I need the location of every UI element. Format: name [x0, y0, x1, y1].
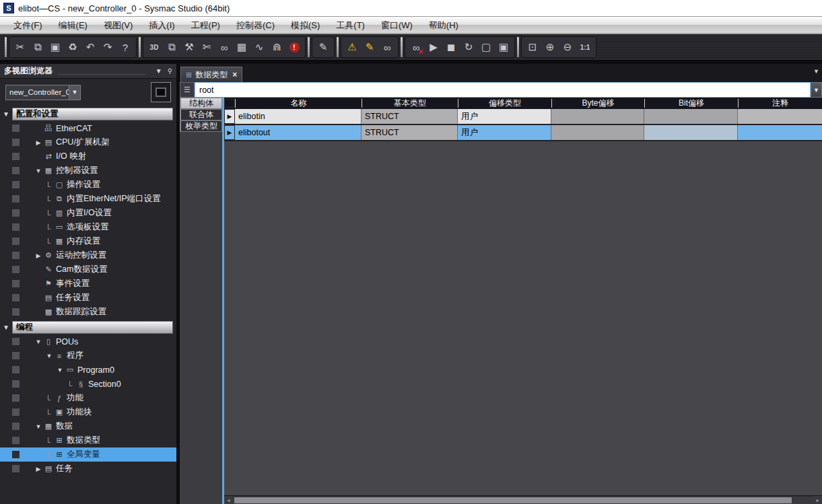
tree-item-CPU/扩展机架[interactable]: ▶▤CPU/扩展机架: [0, 135, 176, 149]
copy-icon[interactable]: ⧉: [29, 38, 46, 56]
build-wrench-icon[interactable]: ⚒: [180, 38, 198, 56]
tree-item-checkbox[interactable]: [12, 280, 20, 287]
scroll-right-icon[interactable]: ▸: [813, 496, 822, 504]
tab-data-types[interactable]: ⊞ 数据类型 ×: [180, 67, 242, 82]
search-binoculars-icon[interactable]: ⋒: [268, 38, 285, 56]
section-collapse-icon[interactable]: ▼: [0, 110, 12, 118]
tree-item-checkbox[interactable]: [12, 465, 20, 472]
struct-row-elibotout[interactable]: ▶elibotoutSTRUCT用户: [224, 125, 822, 141]
tree-item-全局变量[interactable]: L⊞全局变量: [0, 447, 176, 462]
tab-list-arrow-icon[interactable]: ▼: [813, 68, 819, 75]
tree-item-控制器设置[interactable]: ▼▦控制器设置: [0, 164, 176, 178]
tree-item-Cam数据设置[interactable]: ✎Cam数据设置: [0, 262, 176, 277]
tree-item-checkbox[interactable]: [12, 294, 20, 301]
menu-item-3[interactable]: 插入(I): [141, 17, 182, 34]
tree-item-任务设置[interactable]: ▤任务设置: [0, 291, 176, 305]
menu-item-6[interactable]: 模拟(S): [283, 17, 328, 34]
tree-item-内置I/O设置[interactable]: L▥内置I/O设置: [0, 206, 176, 220]
type-tab-联合体[interactable]: 联合体: [180, 109, 222, 120]
menu-item-7[interactable]: 工具(T): [328, 17, 373, 34]
tree-item-checkbox[interactable]: [12, 423, 20, 430]
redo-icon[interactable]: ↷: [99, 38, 116, 56]
data-trace-icon[interactable]: ∿: [250, 38, 268, 56]
expand-open-icon[interactable]: ▼: [34, 168, 43, 174]
tree-item-程序[interactable]: ▼≡程序: [0, 349, 176, 363]
menu-item-0[interactable]: 文件(F): [5, 17, 50, 34]
column-header-偏移类型[interactable]: 偏移类型: [458, 99, 551, 108]
delete-icon[interactable]: ♻: [64, 38, 81, 56]
panel-pin-icon[interactable]: ⚲: [168, 67, 172, 75]
tree-item-功能块[interactable]: L▣功能块: [0, 405, 176, 419]
section-collapse-icon[interactable]: ▼: [0, 324, 12, 331]
tab-close-icon[interactable]: ×: [232, 70, 237, 79]
check-all-programs-icon[interactable]: ∞✕: [407, 38, 425, 56]
expand-open-icon[interactable]: ▼: [34, 423, 43, 430]
tree-item-操作设置[interactable]: L▢操作设置: [0, 178, 176, 192]
fit-page-icon[interactable]: ⊡: [524, 38, 541, 56]
column-header-注释[interactable]: 注释: [738, 99, 822, 108]
tree-item-checkbox[interactable]: [12, 153, 20, 160]
menu-item-1[interactable]: 编辑(E): [50, 17, 96, 34]
expand-open-icon[interactable]: ▼: [44, 353, 54, 359]
row-expand-icon[interactable]: ▶: [224, 125, 235, 140]
zoom-in-icon[interactable]: ⊕: [541, 38, 559, 56]
type-tab-结构体[interactable]: 结构体: [180, 98, 222, 109]
tree-item-POUs[interactable]: ▼▯POUs: [0, 334, 176, 349]
tree-item-checkbox[interactable]: [12, 238, 20, 245]
tree-item-checkbox[interactable]: [12, 451, 20, 458]
panel-collapse-icon[interactable]: ▼: [156, 67, 162, 75]
tree-item-I/O 映射[interactable]: ⇄I/O 映射: [0, 149, 176, 164]
tree-item-运动控制设置[interactable]: ▶⚙运动控制设置: [0, 248, 176, 262]
horizontal-scrollbar[interactable]: ◂ ▸: [224, 495, 822, 504]
cell-offset-type[interactable]: 用户: [458, 125, 551, 140]
cell-name[interactable]: elibotout: [235, 125, 362, 140]
menu-item-8[interactable]: 窗口(W): [373, 17, 421, 34]
expand-closed-icon[interactable]: ▶: [34, 466, 43, 472]
go-offline-icon[interactable]: ◼: [442, 38, 460, 56]
column-header-名称[interactable]: 名称: [235, 99, 362, 108]
3d-view-icon[interactable]: 3D: [145, 38, 163, 56]
tree-item-checkbox[interactable]: [12, 223, 20, 231]
cell-offset-type[interactable]: 用户: [458, 109, 551, 124]
tree-item-数据[interactable]: ▼▦数据: [0, 419, 176, 433]
rebuild-icon[interactable]: ✎: [361, 38, 378, 56]
tree-item-数据类型[interactable]: L⊞数据类型: [0, 433, 176, 447]
tree-item-checkbox[interactable]: [12, 437, 20, 444]
monitor-icon[interactable]: ▢: [477, 38, 495, 56]
cell-base-type[interactable]: STRUCT: [362, 109, 458, 124]
expand-closed-icon[interactable]: ▶: [34, 139, 43, 146]
tree-item-任务[interactable]: ▶▤任务: [0, 462, 176, 476]
column-header-Bit偏移[interactable]: Bit偏移: [644, 99, 738, 108]
expand-open-icon[interactable]: ▼: [55, 367, 65, 373]
menu-item-9[interactable]: 帮助(H): [421, 17, 467, 34]
tree-item-checkbox[interactable]: [12, 366, 20, 373]
tree-item-checkbox[interactable]: [12, 167, 20, 174]
tree-item-checkbox[interactable]: [12, 352, 20, 359]
tree-item-Program0[interactable]: ▼▭Program0: [0, 363, 176, 377]
zoom-out-icon[interactable]: ⊖: [559, 38, 576, 56]
tree-item-EtherCAT[interactable]: 品EtherCAT: [0, 121, 176, 135]
tree-item-事件设置[interactable]: ⚑事件设置: [0, 277, 176, 291]
scroll-left-icon[interactable]: ◂: [224, 496, 233, 504]
check-program-icon[interactable]: ∞: [378, 38, 396, 56]
row-expand-icon[interactable]: ▶: [224, 109, 235, 124]
tree-item-数据跟踪设置[interactable]: ▩数据跟踪设置: [0, 305, 176, 319]
menu-item-5[interactable]: 控制器(C): [228, 17, 283, 34]
tree-item-checkbox[interactable]: [12, 308, 20, 316]
monitor-2-icon[interactable]: ▣: [495, 38, 512, 56]
watch-table-icon[interactable]: ▦: [233, 38, 250, 56]
undo-icon[interactable]: ↶: [81, 38, 99, 56]
tree-item-checkbox[interactable]: [12, 139, 20, 146]
tree-item-checkbox[interactable]: [12, 408, 20, 416]
scrollbar-track[interactable]: [233, 497, 813, 504]
cut-section-icon[interactable]: ✄: [198, 38, 215, 56]
struct-row-elibotin[interactable]: ▶elibotinSTRUCT用户: [224, 109, 822, 125]
tree-item-checkbox[interactable]: [12, 266, 20, 273]
tree-item-Section0[interactable]: L§Section0: [0, 377, 176, 391]
tree-item-checkbox[interactable]: [12, 209, 20, 217]
abort-icon[interactable]: !: [285, 38, 303, 56]
cell-comment[interactable]: [738, 109, 822, 124]
tree-item-checkbox[interactable]: [12, 380, 20, 388]
paste-icon[interactable]: ▣: [46, 38, 64, 56]
tree-item-checkbox[interactable]: [12, 394, 20, 402]
